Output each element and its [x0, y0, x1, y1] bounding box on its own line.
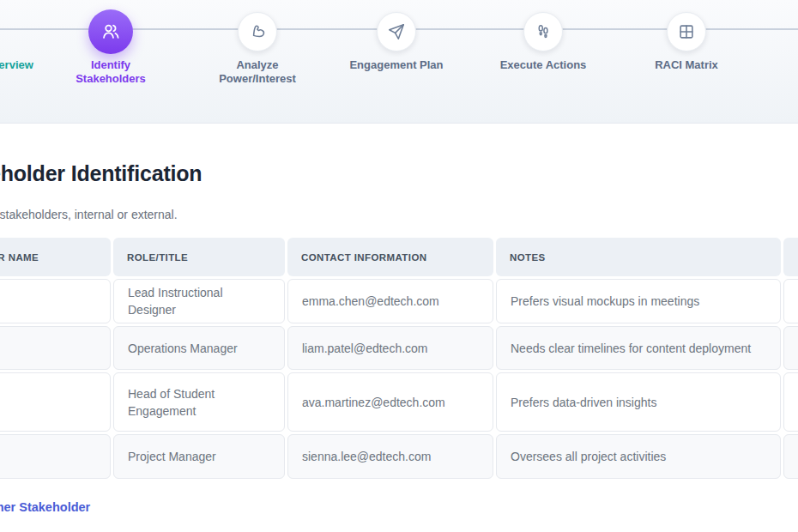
cell-role[interactable]: Operations Manager: [113, 326, 285, 370]
stakeholder-table: Stakeholder Name Role/Title Contact Info…: [0, 235, 798, 481]
cell-notes[interactable]: Prefers visual mockups in meetings: [496, 279, 781, 323]
step-circle: [667, 12, 706, 51]
column-header-stakeholder-name: Stakeholder Name: [0, 238, 111, 276]
table-row: Project Manager sienna.lee@edtech.com Ov…: [0, 434, 798, 479]
cell-extra[interactable]: [783, 279, 798, 323]
step-circle: [238, 12, 277, 51]
paper-plane-icon: [387, 22, 406, 41]
step-label: Stakeholder Overview: [0, 58, 21, 72]
cell-role[interactable]: Head of Student Engagement: [113, 372, 285, 432]
cell-name[interactable]: [0, 372, 111, 432]
stakeholder-app-window: Stakeholder Overview Identify Stakeholde…: [0, 0, 798, 532]
cell-extra[interactable]: [783, 326, 798, 370]
table-header-row: Stakeholder Name Role/Title Contact Info…: [0, 238, 798, 276]
grid-icon: [677, 22, 696, 41]
cell-name[interactable]: [0, 326, 111, 370]
add-another-stakeholder-link[interactable]: + Add Another Stakeholder: [0, 500, 90, 514]
column-header-extra: [783, 238, 798, 276]
step-label: Identify Stakeholders: [58, 58, 163, 86]
column-header-notes: Notes: [496, 238, 781, 276]
page-subtitle: List all stakeholders, internal or exter…: [0, 206, 178, 223]
step-label: Analyze Power/Interest: [205, 58, 310, 86]
cell-extra[interactable]: [783, 434, 798, 479]
cell-name[interactable]: [0, 279, 111, 323]
cell-contact[interactable]: ava.martinez@edtech.com: [287, 372, 493, 432]
step-circle: [88, 9, 133, 54]
table-row: Lead Instructional Designer emma.chen@ed…: [0, 279, 798, 323]
cell-notes[interactable]: Needs clear timelines for content deploy…: [496, 326, 781, 370]
column-header-role-title: Role/Title: [113, 238, 285, 276]
table-row: Operations Manager liam.patel@edtech.com…: [0, 326, 798, 370]
step-circle: [377, 12, 416, 51]
table-row: Head of Student Engagement ava.martinez@…: [0, 372, 798, 432]
page-title: Stakeholder Identification: [0, 160, 202, 187]
bicep-icon: [248, 22, 267, 41]
wizard-stepper: Stakeholder Overview Identify Stakeholde…: [0, 0, 798, 124]
cell-contact[interactable]: emma.chen@edtech.com: [287, 279, 493, 323]
users-icon: [100, 21, 121, 42]
step-label: Engagement Plan: [344, 58, 449, 72]
footprints-icon: [534, 22, 553, 41]
column-header-contact-information: Contact Information: [287, 238, 493, 276]
app-canvas: Stakeholder Overview Identify Stakeholde…: [0, 0, 798, 532]
cell-role[interactable]: Lead Instructional Designer: [113, 279, 285, 323]
step-circle: [523, 12, 563, 51]
cell-extra[interactable]: [783, 372, 798, 432]
cell-notes[interactable]: Prefers data-driven insights: [496, 372, 781, 432]
cell-contact[interactable]: liam.patel@edtech.com: [287, 326, 493, 370]
cell-contact[interactable]: sienna.lee@edtech.com: [287, 434, 493, 479]
step-label: Execute Actions: [491, 58, 595, 72]
cell-notes[interactable]: Oversees all project activities: [496, 434, 781, 479]
cell-role[interactable]: Project Manager: [113, 434, 285, 479]
step-label: RACI Matrix: [634, 58, 739, 72]
cell-name[interactable]: [0, 434, 111, 479]
